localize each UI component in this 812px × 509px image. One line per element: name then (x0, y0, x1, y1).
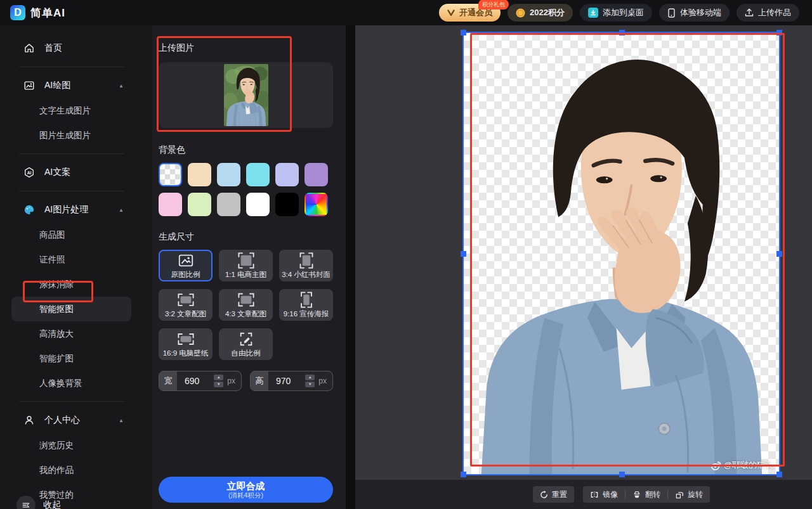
size-option-16-9[interactable]: 16:9 电脑壁纸 (159, 328, 213, 360)
phone-icon (667, 8, 676, 18)
vip-v-icon (447, 10, 455, 16)
resize-handle-left[interactable] (461, 251, 466, 257)
upload-work-button[interactable]: 上传作品 (737, 4, 799, 22)
add-to-desktop-button[interactable]: 添加到桌面 (580, 4, 652, 22)
background-color-swatches (159, 163, 333, 216)
size-option-9-16[interactable]: 9:16 宣传海报 (279, 289, 333, 321)
mirror-button[interactable]: 镜像 (583, 486, 625, 503)
mirror-label: 镜像 (603, 489, 618, 500)
chevron-up-icon[interactable]: ▲ (119, 83, 124, 89)
reset-button[interactable]: 重置 (533, 486, 574, 503)
preview-canvas[interactable]: @耶啵的猫头 (462, 32, 780, 475)
sidebar-item-text-to-image[interactable]: 文字生成图片 (0, 98, 152, 123)
sidebar-item-smear-erase[interactable]: 涂抹消除 (0, 272, 152, 297)
bg-swatch-d8f0bd[interactable] (188, 193, 211, 216)
width-input[interactable] (177, 376, 214, 386)
size-option-free[interactable]: 自由比例 (219, 328, 273, 360)
height-input[interactable] (268, 376, 305, 386)
add-to-desktop-label: 添加到桌面 (603, 7, 644, 18)
sidebar-item-smart-cutout[interactable]: 智能抠图 (11, 297, 131, 321)
bg-swatch-rainbow[interactable] (304, 193, 328, 216)
flip-label: 翻转 (645, 489, 660, 500)
size-option-3-4[interactable]: 3:4 小红书封面 (279, 250, 333, 281)
mirror-icon (590, 491, 599, 499)
app-logo[interactable]: D 简单AI (10, 5, 65, 20)
size-options: 原图比例1:1 电商主图3:4 小红书封面3:2 文章配图4:3 文章配图9:1… (159, 250, 333, 360)
sidebar-divider (19, 67, 124, 67)
crop-icon (298, 252, 315, 269)
sidebar-item-label: 人像换背景 (39, 378, 82, 389)
sidebar-item-personal-center[interactable]: 个人中心▲ (0, 408, 152, 433)
sidebar-divider (19, 191, 124, 191)
resize-handle-top-right[interactable] (776, 30, 782, 35)
resize-handle-top-left[interactable] (461, 30, 466, 35)
generate-button[interactable]: 立即合成 (消耗4积分) (159, 477, 333, 503)
resize-handle-bottom-left[interactable] (461, 472, 466, 477)
uploaded-image-thumbnail (224, 64, 268, 126)
bg-swatch-c2c2c2[interactable] (217, 193, 240, 216)
size-option-1-1[interactable]: 1:1 电商主图 (219, 250, 273, 281)
size-option-label: 1:1 电商主图 (225, 270, 266, 280)
preview-panel: @耶啵的猫头 重置 镜像 (355, 25, 812, 509)
vip-button[interactable]: 开通会员 积分礼包 (439, 4, 501, 22)
svg-text:AI: AI (27, 171, 32, 175)
user-icon (23, 415, 36, 426)
top-bar: D 简单AI 开通会员 积分礼包 2022积分 添加到桌面 体验移动端 (0, 0, 812, 25)
bg-swatch-a98bd4[interactable] (304, 163, 328, 186)
sidebar-item-hd-upscale[interactable]: 高清放大 (0, 321, 152, 346)
topbar-actions: 开通会员 积分礼包 2022积分 添加到桌面 体验移动端 上传作品 (439, 4, 799, 22)
resize-handle-top[interactable] (619, 30, 625, 35)
sidebar-item-label: 个人中心 (44, 415, 80, 426)
sidebar-item-collapse[interactable]: 收起 (0, 496, 61, 509)
sidebar-item-product-image[interactable]: 商品图 (0, 222, 152, 247)
resize-handle-bottom-right[interactable] (776, 472, 782, 477)
size-option-4-3[interactable]: 4:3 文章配图 (219, 289, 273, 321)
sidebar-item-portrait-bg-change[interactable]: 人像换背景 (0, 371, 152, 396)
generate-button-cost: (消耗4积分) (228, 491, 263, 499)
sidebar-item-smart-expand[interactable]: 智能扩图 (0, 346, 152, 371)
resize-handle-right[interactable] (776, 251, 782, 257)
sidebar-item-ai-copywriting[interactable]: AIAI文案 (0, 160, 152, 185)
sidebar-item-image-to-image[interactable]: 图片生成图片 (0, 123, 152, 148)
app-root: D 简单AI 开通会员 积分礼包 2022积分 添加到桌面 体验移动端 (0, 0, 812, 509)
bg-swatch-7ce1ef[interactable] (246, 163, 270, 186)
bg-swatch-transparent[interactable] (159, 163, 182, 186)
crop-icon (238, 252, 254, 269)
bg-swatch-f8c6e3[interactable] (159, 193, 182, 216)
resize-handle-bottom[interactable] (619, 472, 625, 477)
bg-swatch-f5dcba[interactable] (188, 163, 211, 186)
width-stepper-arrows[interactable]: ▲▼ (214, 375, 223, 387)
flip-button[interactable]: 翻转 (625, 486, 667, 503)
size-option-3-2[interactable]: 3:2 文章配图 (159, 289, 213, 321)
sidebar-item-home[interactable]: 首页 (0, 35, 152, 61)
sidebar-divider (19, 401, 124, 402)
height-stepper-arrows[interactable]: ▲▼ (305, 375, 315, 387)
bg-swatch-000000[interactable] (275, 193, 299, 216)
size-option-label: 4:3 文章配图 (225, 309, 266, 319)
sidebar-item-ai-draw[interactable]: AI绘图▲ (0, 73, 152, 98)
height-label: 高 (251, 371, 268, 390)
chevron-up-icon[interactable]: ▲ (119, 418, 124, 423)
bg-swatch-bdc2f2[interactable] (275, 163, 299, 186)
sidebar-item-my-works[interactable]: 我的作品 (0, 458, 152, 482)
bg-swatch-b7d9f2[interactable] (217, 163, 240, 186)
flip-icon (632, 491, 641, 499)
size-option-original[interactable]: 原图比例 (159, 250, 213, 281)
sidebar-item-label: 涂抹消除 (39, 279, 74, 290)
mobile-app-button[interactable]: 体验移动端 (659, 4, 730, 22)
upload-card[interactable] (159, 62, 333, 128)
upload-work-label: 上传作品 (758, 7, 791, 18)
rotate-button[interactable]: 旋转 (668, 486, 710, 503)
sidebar-divider (19, 153, 124, 154)
points-button[interactable]: 2022积分 (508, 4, 573, 22)
crop-icon (178, 331, 194, 348)
crop-icon (298, 292, 315, 309)
sidebar-item-id-photo[interactable]: 证件照 (0, 247, 152, 272)
dimension-inputs: 宽 ▲▼ px 高 ▲▼ px (159, 371, 333, 391)
bg-swatch-ffffff[interactable] (246, 193, 270, 216)
chevron-up-icon[interactable]: ▲ (119, 207, 124, 213)
size-option-label: 原图比例 (171, 270, 200, 280)
sidebar-item-browse-history[interactable]: 浏览历史 (0, 433, 152, 458)
size-label: 生成尺寸 (159, 231, 333, 243)
sidebar-item-ai-image-processing[interactable]: AI图片处理▲ (0, 197, 152, 222)
